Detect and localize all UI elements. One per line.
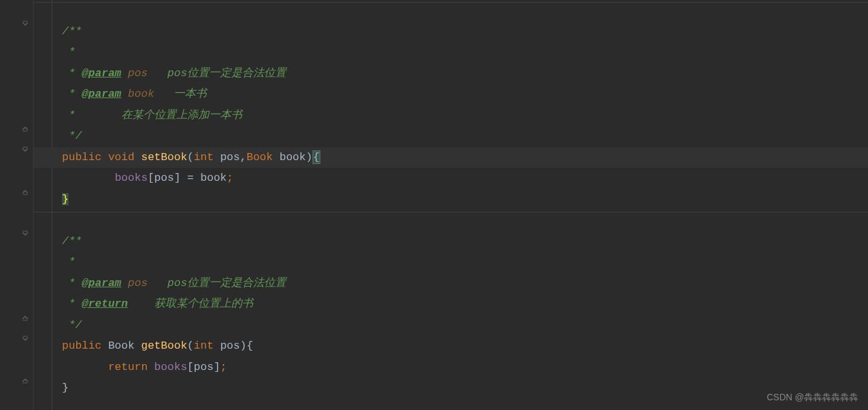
code-area[interactable]: /** * * @param pos pos位置一定是合法位置 * @param… [34, 0, 868, 410]
code-line[interactable]: return books[pos]; [34, 357, 868, 378]
code-line[interactable]: * [34, 42, 868, 63]
fold-icon[interactable] [21, 313, 30, 322]
code-line[interactable] [34, 210, 868, 231]
gutter [0, 0, 34, 410]
code-line[interactable]: * @return 获取某个位置上的书 [34, 294, 868, 315]
watermark: CSDN @犇犇犇犇犇犇 [767, 392, 858, 404]
fold-icon[interactable] [21, 376, 30, 385]
fold-icon[interactable] [21, 124, 30, 133]
code-editor[interactable]: /** * * @param pos pos位置一定是合法位置 * @param… [0, 0, 868, 410]
code-line[interactable]: } [34, 378, 868, 399]
fold-icon[interactable] [21, 187, 30, 196]
code-line[interactable]: books[pos] = book; [34, 168, 868, 189]
code-line[interactable]: * @param pos pos位置一定是合法位置 [34, 273, 868, 294]
code-line[interactable]: * [34, 252, 868, 273]
code-line[interactable]: /** [34, 21, 868, 43]
fold-icon[interactable] [21, 145, 30, 154]
fold-icon[interactable] [21, 229, 30, 238]
code-line[interactable]: * 在某个位置上添加一本书 [34, 105, 868, 127]
code-line[interactable]: * @param pos pos位置一定是合法位置 [34, 63, 868, 85]
code-line[interactable]: */ [34, 315, 868, 336]
code-line[interactable]: /** [34, 231, 868, 252]
code-line[interactable]: * @param book 一本书 [34, 84, 868, 105]
code-line[interactable]: */ [34, 126, 868, 147]
code-line[interactable] [34, 0, 868, 21]
code-line[interactable]: public Book getBook(int pos){ [34, 336, 868, 357]
fold-icon[interactable] [21, 334, 30, 343]
code-line[interactable]: } [34, 189, 868, 210]
fold-icon[interactable] [21, 19, 30, 28]
code-line[interactable]: public void setBook(int pos,Book book){ [34, 147, 868, 169]
